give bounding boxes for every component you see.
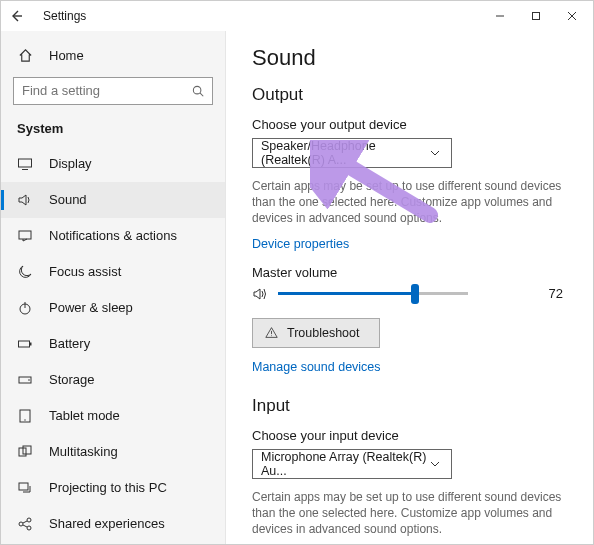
master-volume-value: 72 [549, 286, 563, 301]
output-helper-text: Certain apps may be set up to use differ… [252, 178, 562, 227]
svg-point-19 [27, 518, 31, 522]
minimize-button[interactable] [485, 6, 515, 26]
output-device-properties-link[interactable]: Device properties [252, 237, 349, 251]
home-icon [17, 47, 33, 63]
sidebar-item-clipboard[interactable]: Clipboard [1, 542, 225, 544]
sidebar-nav: Display Sound Notifications & actions Fo… [1, 146, 225, 544]
sidebar-item-battery[interactable]: Battery [1, 326, 225, 362]
window-title: Settings [43, 9, 86, 23]
troubleshoot-label: Troubleshoot [287, 326, 360, 340]
svg-line-22 [23, 525, 27, 527]
sidebar-item-label: Multitasking [49, 444, 118, 459]
display-icon [17, 156, 33, 172]
sidebar-item-label: Power & sleep [49, 300, 133, 315]
input-device-dropdown[interactable]: Microphone Array (Realtek(R) Au... [252, 449, 452, 479]
back-button[interactable] [7, 7, 25, 25]
sidebar-section-label: System [1, 117, 225, 146]
output-heading: Output [252, 85, 563, 105]
sidebar-item-storage[interactable]: Storage [1, 362, 225, 398]
output-device-dropdown[interactable]: Speaker/Headphone (Realtek(R) A... [252, 138, 452, 168]
manage-sound-devices-link[interactable]: Manage sound devices [252, 360, 381, 374]
volume-icon [252, 286, 268, 302]
sidebar-item-label: Battery [49, 336, 90, 351]
svg-rect-9 [19, 341, 30, 347]
svg-rect-4 [19, 159, 32, 167]
svg-rect-16 [23, 446, 31, 454]
sidebar-item-projecting[interactable]: Projecting to this PC [1, 470, 225, 506]
sidebar-item-label: Display [49, 156, 92, 171]
battery-icon [17, 336, 33, 352]
sidebar-item-multitasking[interactable]: Multitasking [1, 434, 225, 470]
input-helper-text: Certain apps may be set up to use differ… [252, 489, 562, 538]
sidebar-item-label: Sound [49, 192, 87, 207]
focus-assist-icon [17, 264, 33, 280]
svg-point-12 [28, 379, 30, 381]
troubleshoot-button[interactable]: Troubleshoot [252, 318, 380, 348]
sidebar-item-label: Shared experiences [49, 516, 165, 531]
power-icon [17, 300, 33, 316]
search-input[interactable] [22, 83, 190, 98]
main-content: Sound Output Choose your output device S… [226, 31, 593, 544]
chevron-down-icon [427, 145, 443, 161]
sidebar-home-label: Home [49, 48, 84, 63]
sidebar-item-shared-experiences[interactable]: Shared experiences [1, 506, 225, 542]
svg-rect-17 [19, 483, 28, 490]
svg-line-3 [200, 93, 203, 96]
tablet-icon [17, 408, 33, 424]
master-volume-slider[interactable] [278, 292, 468, 295]
shared-icon [17, 516, 33, 532]
sidebar-item-label: Projecting to this PC [49, 480, 167, 495]
svg-rect-6 [19, 231, 31, 239]
svg-line-21 [23, 521, 27, 523]
warning-icon [263, 325, 279, 341]
page-title: Sound [252, 45, 563, 71]
input-heading: Input [252, 396, 563, 416]
svg-point-14 [24, 419, 25, 420]
titlebar: Settings [1, 1, 593, 31]
sidebar-item-display[interactable]: Display [1, 146, 225, 182]
output-choose-label: Choose your output device [252, 117, 563, 132]
search-icon [190, 83, 206, 99]
sidebar-home[interactable]: Home [1, 39, 225, 71]
sidebar-item-power-sleep[interactable]: Power & sleep [1, 290, 225, 326]
sidebar-item-label: Storage [49, 372, 95, 387]
master-volume-label: Master volume [252, 265, 563, 280]
svg-point-2 [193, 86, 201, 94]
svg-rect-1 [533, 13, 540, 20]
projecting-icon [17, 480, 33, 496]
output-device-selected: Speaker/Headphone (Realtek(R) A... [261, 139, 427, 167]
storage-icon [17, 372, 33, 388]
input-choose-label: Choose your input device [252, 428, 563, 443]
sidebar-item-label: Tablet mode [49, 408, 120, 423]
svg-rect-10 [30, 342, 32, 345]
sidebar-item-sound[interactable]: Sound [1, 182, 225, 218]
input-device-selected: Microphone Array (Realtek(R) Au... [261, 450, 427, 478]
close-button[interactable] [557, 6, 587, 26]
multitasking-icon [17, 444, 33, 460]
chevron-down-icon [427, 456, 443, 472]
svg-point-20 [27, 526, 31, 530]
sidebar: Home System Display Sound [1, 31, 226, 544]
sidebar-item-label: Notifications & actions [49, 228, 177, 243]
sidebar-item-focus-assist[interactable]: Focus assist [1, 254, 225, 290]
maximize-button[interactable] [521, 6, 551, 26]
svg-point-18 [19, 522, 23, 526]
svg-point-26 [271, 335, 272, 336]
sound-icon [17, 192, 33, 208]
search-box[interactable] [13, 77, 213, 105]
notifications-icon [17, 228, 33, 244]
sidebar-item-label: Focus assist [49, 264, 121, 279]
sidebar-item-tablet-mode[interactable]: Tablet mode [1, 398, 225, 434]
sidebar-item-notifications[interactable]: Notifications & actions [1, 218, 225, 254]
